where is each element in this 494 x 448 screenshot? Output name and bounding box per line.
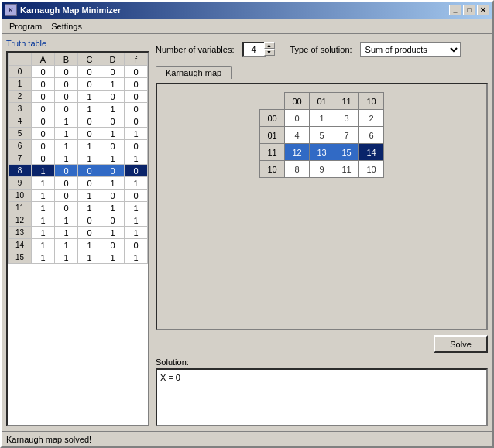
solution-type-select[interactable]: Sum of products Product of sums [360,42,461,57]
truth-table-cell[interactable]: 0 [78,115,101,128]
truth-table-cell[interactable]: 1 [32,165,55,177]
kmap-cell[interactable]: 11 [334,161,359,178]
truth-table-cell[interactable]: 0 [32,91,55,103]
truth-table-cell[interactable]: 1 [32,251,55,264]
truth-table-cell[interactable]: 0 [55,165,78,177]
truth-table-cell[interactable]: 0 [32,78,55,91]
truth-table-cell[interactable]: 0 [125,103,148,115]
truth-table-cell[interactable]: 1 [55,214,78,227]
kmap-cell[interactable]: 7 [334,127,359,144]
truth-table-cell[interactable]: 1 [101,202,125,214]
kmap-cell[interactable]: 0 [285,110,310,127]
truth-table-cell[interactable]: 1 [125,214,148,227]
truth-table-cell[interactable]: 1 [125,251,148,264]
truth-table-cell[interactable]: 7 [9,152,32,165]
truth-table-cell[interactable]: 1 [125,202,148,214]
truth-table-cell[interactable]: 0 [9,66,32,78]
truth-table-cell[interactable]: 1 [78,190,101,202]
truth-table-cell[interactable]: 0 [101,214,125,227]
truth-table-cell[interactable]: 0 [101,165,125,177]
truth-table-cell[interactable]: 1 [101,177,125,190]
kmap-cell[interactable]: 2 [359,110,384,127]
truth-table-cell[interactable]: 1 [32,214,55,227]
kmap-cell[interactable]: 6 [359,127,384,144]
truth-table-cell[interactable]: 3 [9,103,32,115]
truth-table-cell[interactable]: 0 [32,66,55,78]
truth-table-cell[interactable]: 5 [9,128,32,140]
truth-table-cell[interactable]: 0 [125,78,148,91]
truth-table-cell[interactable]: 0 [55,78,78,91]
truth-table-cell[interactable]: 0 [125,115,148,128]
truth-table-cell[interactable]: 0 [32,140,55,152]
truth-table-cell[interactable]: 0 [78,128,101,140]
kmap-cell[interactable]: 3 [334,110,359,127]
truth-table-cell[interactable]: 0 [78,165,101,177]
kmap-cell[interactable]: 1 [310,110,334,127]
truth-table-cell[interactable]: 1 [78,152,101,165]
truth-table-cell[interactable]: 1 [55,140,78,152]
kmap-cell[interactable]: 12 [285,144,310,161]
truth-table-cell[interactable]: 1 [55,239,78,251]
truth-table-cell[interactable]: 1 [101,227,125,239]
truth-table-cell[interactable]: 1 [101,78,125,91]
truth-table-cell[interactable]: 0 [101,91,125,103]
kmap-cell[interactable]: 9 [310,161,334,178]
menu-settings[interactable]: Settings [46,20,87,32]
num-vars-input[interactable]: 4 [242,42,266,57]
kmap-cell[interactable]: 10 [359,161,384,178]
truth-table-cell[interactable]: 1 [101,103,125,115]
truth-table-cell[interactable]: 0 [125,239,148,251]
truth-table-cell[interactable]: 0 [125,190,148,202]
truth-table-cell[interactable]: 1 [78,103,101,115]
truth-table-cell[interactable]: 14 [9,239,32,251]
truth-table-cell[interactable]: 0 [32,152,55,165]
truth-table-cell[interactable]: 12 [9,214,32,227]
truth-table-cell[interactable]: 1 [32,227,55,239]
truth-table-cell[interactable]: 0 [55,66,78,78]
truth-table-cell[interactable]: 1 [32,177,55,190]
truth-table-cell[interactable]: 10 [9,190,32,202]
truth-table-cell[interactable]: 0 [55,177,78,190]
solve-button[interactable]: Solve [434,335,488,353]
truth-table-cell[interactable]: 1 [101,152,125,165]
truth-table-cell[interactable]: 0 [78,66,101,78]
truth-table-cell[interactable]: 1 [125,128,148,140]
truth-table-cell[interactable]: 0 [55,202,78,214]
truth-table-cell[interactable]: 1 [55,227,78,239]
truth-table-cell[interactable]: 1 [125,177,148,190]
truth-table-cell[interactable]: 1 [55,152,78,165]
close-button[interactable]: ✕ [477,5,489,15]
truth-table-cell[interactable]: 1 [55,115,78,128]
kmap-cell[interactable]: 14 [359,144,384,161]
truth-table-cell[interactable]: 0 [101,115,125,128]
truth-table-cell[interactable]: 1 [9,78,32,91]
truth-table-cell[interactable]: 1 [78,202,101,214]
menu-program[interactable]: Program [5,20,46,32]
truth-table-cell[interactable]: 1 [125,227,148,239]
kmap-cell[interactable]: 15 [334,144,359,161]
truth-table-cell[interactable]: 0 [55,103,78,115]
truth-table-cell[interactable]: 1 [101,251,125,264]
spinner-down[interactable]: ▼ [264,49,275,56]
truth-table-cell[interactable]: 0 [78,227,101,239]
truth-table-container[interactable]: A B C D f 000000100010200100300110401000… [6,51,149,426]
truth-table-cell[interactable]: 1 [125,152,148,165]
truth-table-cell[interactable]: 1 [32,202,55,214]
solution-box[interactable]: X = 0 [156,368,488,426]
truth-table-cell[interactable]: 0 [101,239,125,251]
truth-table-cell[interactable]: 13 [9,227,32,239]
maximize-button[interactable]: □ [463,5,475,15]
truth-table-cell[interactable]: 0 [125,91,148,103]
truth-table-cell[interactable]: 0 [32,128,55,140]
truth-table-cell[interactable]: 1 [78,140,101,152]
truth-table-cell[interactable]: 0 [55,91,78,103]
truth-table-cell[interactable]: 0 [125,140,148,152]
truth-table-cell[interactable]: 0 [125,165,148,177]
truth-table-cell[interactable]: 2 [9,91,32,103]
truth-table-cell[interactable]: 15 [9,251,32,264]
truth-table-cell[interactable]: 0 [101,190,125,202]
truth-table-cell[interactable]: 1 [55,128,78,140]
truth-table-cell[interactable]: 0 [78,177,101,190]
truth-table-cell[interactable]: 1 [55,251,78,264]
truth-table-cell[interactable]: 1 [78,239,101,251]
